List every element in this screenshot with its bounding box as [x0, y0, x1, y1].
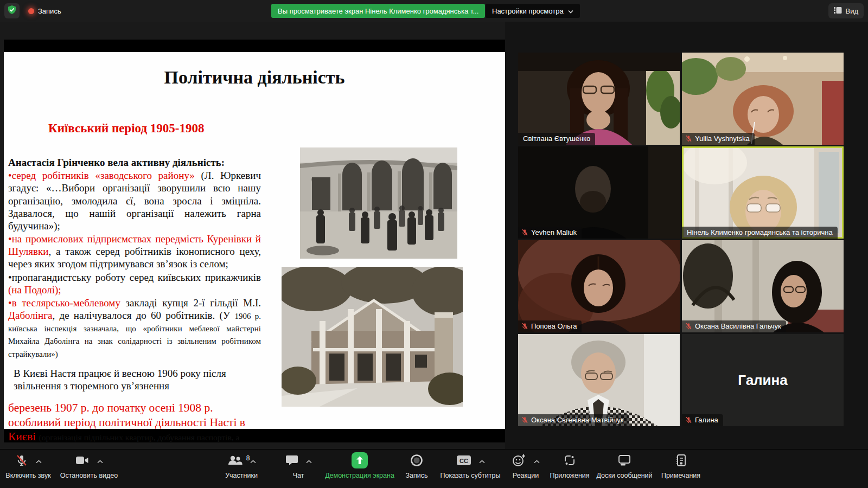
chevron-up-icon[interactable] [306, 460, 312, 464]
participant-name-label: Нінель Клименко громадянська та історичн… [682, 227, 838, 239]
participant-name: Yevhen Maliuk [531, 228, 577, 236]
security-button[interactable] [4, 3, 20, 18]
participant-name-label: Галина [682, 414, 723, 426]
whiteboards-label: Доски сообщений [596, 472, 652, 479]
share-screen-icon [352, 452, 368, 471]
participants-label: Участники [225, 472, 258, 479]
view-button[interactable]: Вид [828, 3, 864, 18]
chevron-up-icon[interactable] [36, 460, 42, 464]
participant-name: Попова Ольга [531, 322, 577, 330]
share-screen-label: Демонстрация экрана [325, 472, 394, 479]
video-tile-halyna-no-video[interactable]: Галина Галина [682, 334, 844, 426]
apps-label: Приложения [550, 472, 589, 479]
participant-name-label: Оксана Євгенівна Матвійчук [518, 414, 629, 426]
chat-button[interactable]: Чат [279, 453, 317, 485]
mic-off-icon [15, 454, 28, 469]
gallery-view-icon [834, 7, 842, 16]
slide-photo-workers [300, 147, 457, 259]
reactions-button[interactable]: Реакции [505, 453, 547, 485]
notes-icon [675, 454, 687, 469]
participant-name: Галина [695, 416, 718, 424]
shared-screen-area: Політична діяльність Київський період 19… [4, 40, 505, 442]
mic-muted-icon [521, 229, 528, 236]
participant-name-label: Світлана Євтушенко [518, 133, 595, 145]
top-bar: Запись Вы просматриваете экран Нінель Кл… [0, 0, 868, 22]
whiteboard-icon [617, 454, 631, 468]
participant-name-label: Попова Ольга [518, 320, 582, 332]
slide-paragraph-5: В Києві Настя працює й весною 1906 року … [8, 367, 254, 392]
video-tile-svitlana[interactable]: Світлана Євтушенко [518, 53, 680, 145]
chevron-up-icon[interactable] [250, 460, 256, 464]
record-circle-icon [410, 454, 423, 469]
slide-paragraph-3: •пропагандистську роботу серед київських… [8, 271, 261, 296]
video-tile-popova[interactable]: Попова Ольга [518, 240, 680, 332]
video-tile-yuliia[interactable]: Yuliia Vyshnytska [682, 53, 844, 145]
notes-label: Примечания [661, 472, 700, 479]
captions-button[interactable]: CC Показать субтитры [432, 453, 509, 485]
mic-muted-icon [521, 416, 528, 423]
whiteboards-button[interactable]: Доски сообщений [589, 453, 660, 485]
chat-bubble-icon [285, 454, 298, 468]
presentation-slide: Політична діяльність Київський період 19… [4, 52, 505, 429]
participant-name-label: Оксана Василівна Гальчук [682, 320, 786, 332]
zoom-meeting-window: Запись Вы просматриваете экран Нінель Кл… [0, 0, 868, 488]
apps-icon [563, 454, 576, 469]
captions-label: Показать субтитры [441, 472, 501, 479]
share-screen-button[interactable]: Демонстрация экрана [320, 453, 399, 485]
view-options-dropdown[interactable]: Настройки просмотра [486, 4, 580, 18]
participants-icon: 8 [227, 454, 242, 468]
participant-name: Оксана Василівна Гальчук [695, 322, 781, 330]
slide-lead-line: Анастасія Грінченко вела активну діяльні… [8, 156, 261, 169]
slide-paragraph-4: •в теслярсько-меблевому закладі купця 2-… [8, 297, 261, 359]
mic-muted-icon [685, 416, 692, 423]
participant-name: Оксана Євгенівна Матвійчук [531, 416, 624, 424]
shield-check-icon [7, 5, 17, 17]
unmute-label: Включить звук [5, 472, 50, 479]
video-tile-halchuk[interactable]: Оксана Василівна Гальчук [682, 240, 844, 332]
svg-text:CC: CC [459, 458, 468, 464]
slide-subtitle: Київський період 1905-1908 [48, 121, 204, 136]
participant-name: Нінель Клименко громадянська та історичн… [687, 228, 833, 236]
participant-gallery: Світлана Євтушенко Yuliia Vyshnytska [505, 22, 868, 449]
mic-muted-icon [521, 323, 528, 330]
mic-muted-icon [685, 135, 692, 142]
view-button-label: Вид [845, 7, 858, 15]
record-label: Запись [405, 472, 427, 479]
slide-title: Політична діяльність [4, 67, 505, 88]
slide-paragraph-2: •на промислових підприємствах передмість… [8, 233, 261, 271]
chevron-up-icon[interactable] [534, 460, 540, 464]
participant-name-label: Yevhen Maliuk [518, 227, 582, 239]
reactions-smiley-icon [512, 454, 526, 469]
meeting-toolbar: Включить звук Остановить видео 8 Участни… [0, 449, 868, 488]
mic-muted-icon [685, 323, 692, 330]
viewing-screen-banner: Вы просматриваете экран Нінель Клименко … [271, 4, 485, 18]
unmute-button[interactable]: Включить звук [1, 453, 55, 485]
video-camera-icon [75, 455, 90, 468]
stop-video-button[interactable]: Остановить видео [56, 453, 122, 485]
video-tile-matviichuk[interactable]: Оксана Євгенівна Матвійчук [518, 334, 680, 426]
participants-count-badge: 8 [246, 454, 250, 462]
slide-body-text: Анастасія Грінченко вела активну діяльні… [8, 156, 261, 473]
participants-button[interactable]: 8 Участники [213, 453, 270, 485]
stop-video-label: Остановить видео [60, 472, 118, 479]
video-tile-yevhen[interactable]: Yevhen Maliuk [518, 146, 680, 239]
view-options-label: Настройки просмотра [492, 7, 564, 15]
viewing-screen-banner-text: Вы просматриваете экран Нінель Клименко … [278, 7, 478, 15]
recording-indicator[interactable]: Запись [24, 0, 61, 22]
participant-placeholder-name: Галина [682, 334, 844, 426]
chevron-up-icon[interactable] [97, 460, 103, 464]
recording-label: Запись [38, 7, 61, 15]
participant-name: Світлана Євтушенко [523, 134, 590, 143]
slide-letterbox-top [4, 40, 505, 52]
reactions-label: Реакции [513, 472, 539, 479]
chevron-up-icon[interactable] [479, 460, 485, 464]
participant-name: Yuliia Vyshnytska [695, 134, 750, 143]
participant-name-label: Yuliia Vyshnytska [682, 133, 755, 145]
record-button[interactable]: Запись [398, 453, 436, 485]
chat-label: Чат [293, 472, 304, 479]
cc-icon: CC [456, 455, 471, 468]
video-tile-ninel-active-speaker[interactable]: Нінель Клименко громадянська та історичн… [682, 146, 844, 239]
slide-paragraph-1: •серед робітників «заводського району» (… [8, 169, 261, 232]
notes-button[interactable]: Примечания [654, 453, 708, 485]
chevron-down-icon [568, 7, 573, 15]
